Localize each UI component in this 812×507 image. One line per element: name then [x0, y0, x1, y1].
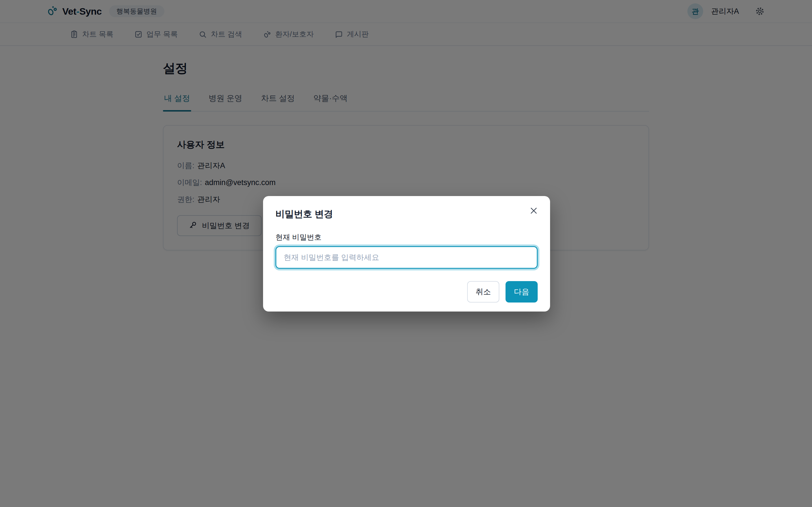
cancel-button[interactable]: 취소: [467, 281, 499, 302]
modal-footer: 취소 다음: [275, 281, 538, 302]
password-change-modal: 비밀번호 변경 현재 비밀번호 취소 다음: [263, 196, 550, 312]
next-button[interactable]: 다음: [506, 281, 538, 302]
close-icon[interactable]: [527, 205, 540, 217]
modal-title: 비밀번호 변경: [275, 208, 538, 221]
current-password-label: 현재 비밀번호: [275, 232, 538, 242]
current-password-input[interactable]: [275, 246, 538, 269]
